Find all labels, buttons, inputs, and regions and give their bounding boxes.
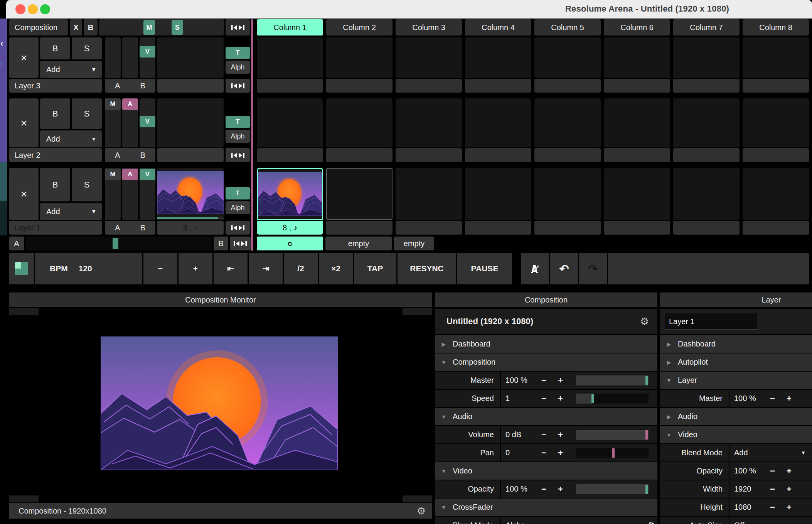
clip-slot[interactable] [673,98,740,147]
column-header-1-button[interactable]: Column 1 [257,19,323,35]
column-header-8-button[interactable]: Column 8 [743,19,809,35]
param-value[interactable]: 100 % [505,376,527,385]
clip-slot-label[interactable] [465,79,531,93]
clip-slot[interactable] [743,98,809,147]
increment-button[interactable]: + [558,430,563,440]
redo-button[interactable]: ↷ [579,253,607,284]
clip-slot[interactable] [396,98,462,147]
composition-indicator[interactable] [9,253,34,284]
bpm-display[interactable]: BPM 120 [35,253,142,284]
decrement-button[interactable]: − [770,394,775,404]
clip-slot-label[interactable] [673,221,740,235]
crossfader-track[interactable] [25,237,212,250]
param-slider[interactable] [576,375,649,385]
resync-button[interactable]: RESYNC [398,253,456,284]
column-header-2-button[interactable]: Column 2 [326,19,393,35]
assign-a-button[interactable]: A [115,81,120,90]
layer-video-fader-handle[interactable]: V [140,116,155,127]
clip-slot-label[interactable] [534,221,601,235]
clip-slot-label[interactable] [743,148,809,162]
clip-slot[interactable] [326,168,393,220]
increment-button[interactable]: + [558,448,563,458]
clip-slot[interactable] [257,98,323,147]
column-header-6-button[interactable]: Column 6 [604,19,670,35]
layer-video-fader-track[interactable]: V [140,98,155,147]
nudge-down-button[interactable]: ⇤ [214,253,248,284]
chevron-right-icon[interactable]: ▶ [660,359,678,365]
column-group-g-button[interactable]: G [257,237,323,250]
clip-slot[interactable] [534,98,601,147]
layer-transport-buttons[interactable] [226,221,250,235]
clip-slot[interactable] [465,98,531,147]
chevron-down-icon[interactable]: ▼ [801,522,806,524]
param-value[interactable]: Off [734,521,744,524]
chevron-down-icon[interactable]: ▼ [801,450,806,456]
decrement-button[interactable]: − [541,448,546,458]
crossfader-a-button[interactable]: A [9,237,24,250]
layer-bypass-button[interactable]: B [40,168,70,201]
layer-solo-button[interactable]: S [72,98,102,129]
layer-transport-buttons[interactable] [226,148,250,162]
param-slider[interactable] [576,448,649,458]
clip-slot[interactable] [604,168,670,220]
tap-tempo-button[interactable]: TAP [354,253,396,284]
increment-button[interactable]: + [558,375,563,385]
clip-slot[interactable] [465,37,531,78]
clip-slot-empty-button[interactable]: empty [394,237,434,250]
clip-slot[interactable] [326,37,393,78]
section-row-composition[interactable]: ▼Composition [435,353,657,371]
clip-slot-label[interactable] [465,148,531,162]
decrement-button[interactable]: − [770,466,775,476]
layer-audio-fader-track[interactable] [122,37,138,78]
column-header-7-button[interactable]: Column 7 [673,19,740,35]
layer-audio-fader-handle[interactable]: A [122,169,138,180]
composition-transport-buttons[interactable] [226,19,250,35]
clip-slot[interactable] [743,168,809,220]
bpm-double-button[interactable]: ×2 [319,253,353,284]
layer-audio-fader-track[interactable]: A [122,98,138,147]
composition-master-solo-button[interactable]: S [172,20,183,35]
column-header-4-button[interactable]: Column 4 [465,19,531,35]
composition-bypass-button[interactable]: B [84,19,98,35]
clip-slot-label[interactable] [326,221,393,235]
clip-slot[interactable] [534,37,601,78]
composition-master-mute-button[interactable]: M [143,20,155,35]
increment-button[interactable]: + [787,394,792,404]
section-row-dashboard[interactable]: ▶Dashboard [435,335,657,353]
layer-panel-header[interactable]: Layer [660,292,812,307]
undo-button[interactable]: ↶ [550,253,578,284]
layer-alpha-blend-button[interactable]: Alph [226,130,250,143]
decrement-button[interactable]: − [541,430,546,440]
param-value[interactable]: 100 % [734,394,756,403]
clip-slot-label[interactable] [743,79,809,93]
section-row-audio[interactable]: ▼Audio [435,408,657,425]
increment-button[interactable]: + [787,484,792,494]
chevron-down-icon[interactable]: ▼ [435,504,453,510]
column-header-3-button[interactable]: Column 3 [396,19,462,35]
chevron-right-icon[interactable]: ▶ [660,341,678,347]
clip-slot-label[interactable] [396,221,462,235]
layer-audio-fader-handle[interactable]: A [122,98,138,110]
clip-slot[interactable] [396,168,462,220]
clip-slot[interactable] [743,37,809,78]
layer-transport-buttons[interactable] [226,79,250,93]
clip-slot-label[interactable] [326,148,393,162]
slider-handle[interactable] [645,430,648,439]
clip-slot[interactable] [257,37,323,78]
clip-slot-label[interactable] [604,79,670,93]
chevron-right-icon[interactable]: ▶ [660,414,678,420]
param-value[interactable]: 1080 [734,503,751,512]
clip-slot-label[interactable] [604,148,670,162]
assign-b-button[interactable]: B [140,81,145,90]
layer-video-fader-track[interactable]: V [140,37,155,78]
bpm-half-button[interactable]: /2 [284,253,318,284]
metronome-button[interactable] [521,253,549,284]
layer-transition-button[interactable]: T [226,47,250,59]
param-slider[interactable] [576,394,649,404]
layer-name-label[interactable]: Layer 2 [9,148,102,162]
clip-slot[interactable] [604,98,670,147]
layer-solo-button[interactable]: S [72,37,102,59]
layer-transition-button[interactable]: T [226,116,250,128]
clip-slot-label[interactable] [257,79,323,93]
section-row-dashboard[interactable]: ▶Dashboard [660,335,812,353]
